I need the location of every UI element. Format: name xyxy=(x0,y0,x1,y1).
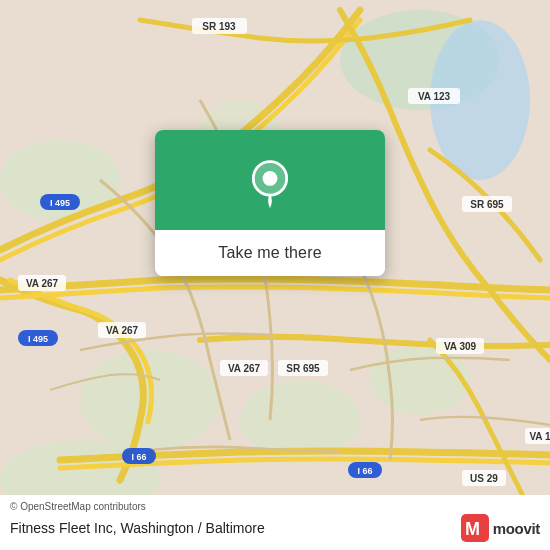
svg-text:I 495: I 495 xyxy=(28,334,48,344)
svg-text:SR 193: SR 193 xyxy=(202,21,236,32)
svg-text:I 66: I 66 xyxy=(131,452,146,462)
svg-text:VA 1: VA 1 xyxy=(529,431,550,442)
svg-text:M: M xyxy=(465,519,480,539)
map-container: SR 193 VA 123 I 495 VA 267 SR 695 I 495 … xyxy=(0,0,550,550)
app-name: Fitness Fleet Inc, Washington / Baltimor… xyxy=(10,520,265,536)
popup-header xyxy=(155,130,385,230)
svg-text:SR 695: SR 695 xyxy=(286,363,320,374)
bottom-bar: © OpenStreetMap contributors Fitness Fle… xyxy=(0,495,550,550)
svg-text:VA 267: VA 267 xyxy=(106,325,139,336)
svg-text:VA 309: VA 309 xyxy=(444,341,477,352)
svg-text:I 66: I 66 xyxy=(357,466,372,476)
svg-point-40 xyxy=(263,171,278,186)
svg-text:VA 267: VA 267 xyxy=(26,278,59,289)
moovit-logo: M moovit xyxy=(461,514,540,542)
svg-text:VA 123: VA 123 xyxy=(418,91,451,102)
svg-text:I 495: I 495 xyxy=(50,198,70,208)
moovit-brand-text: moovit xyxy=(493,520,540,537)
svg-text:SR 695: SR 695 xyxy=(470,199,504,210)
app-info: Fitness Fleet Inc, Washington / Baltimor… xyxy=(10,514,540,542)
location-popup: Take me there xyxy=(155,130,385,276)
attribution-text: © OpenStreetMap contributors xyxy=(10,501,540,512)
svg-text:US 29: US 29 xyxy=(470,473,498,484)
location-pin-icon xyxy=(244,158,296,210)
svg-text:VA 267: VA 267 xyxy=(228,363,261,374)
svg-point-6 xyxy=(370,345,470,415)
moovit-brand-icon: M xyxy=(461,514,489,542)
popup-tail xyxy=(333,262,361,276)
